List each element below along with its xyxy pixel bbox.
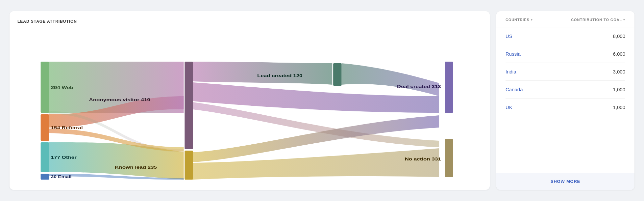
contribution-col-label: CONTRIBUTION TO GOAL bbox=[571, 18, 622, 22]
country-value: 1,000 bbox=[613, 104, 625, 110]
country-value: 8,000 bbox=[613, 33, 625, 39]
panel-title: LEAD STAGE ATTRIBUTION bbox=[17, 19, 482, 24]
node-deal-created bbox=[445, 62, 453, 113]
country-name[interactable]: Russia bbox=[506, 51, 521, 57]
right-panel: COUNTRIES ▾ CONTRIBUTION TO GOAL ▾ US8,0… bbox=[496, 11, 634, 190]
country-name[interactable]: US bbox=[506, 33, 512, 39]
node-email bbox=[41, 174, 49, 180]
table-row: US8,000 bbox=[506, 27, 625, 45]
contribution-chevron-icon: ▾ bbox=[623, 18, 625, 21]
label-anon: Anonymous visitor 419 bbox=[89, 98, 150, 102]
label-no-action: No action 331 bbox=[405, 157, 441, 161]
label-deal-created: Deal created 313 bbox=[397, 84, 441, 89]
country-name[interactable]: UK bbox=[506, 104, 512, 110]
node-anon bbox=[185, 62, 193, 149]
node-web bbox=[41, 62, 49, 113]
label-email: 20 Email bbox=[51, 175, 72, 179]
show-more-button[interactable]: SHOW MORE bbox=[496, 173, 634, 190]
countries-col-label: COUNTRIES bbox=[506, 18, 530, 22]
sankey-svg: 294 Web 154 Referral 177 Other 20 Email … bbox=[17, 30, 482, 182]
label-lead-created: Lead created 120 bbox=[257, 73, 302, 78]
node-referral bbox=[41, 114, 49, 141]
table-row: India3,000 bbox=[506, 63, 625, 81]
country-name[interactable]: Canada bbox=[506, 87, 523, 92]
node-no-action bbox=[445, 139, 453, 177]
table-header: COUNTRIES ▾ CONTRIBUTION TO GOAL ▾ bbox=[496, 11, 634, 27]
label-known: Known lead 235 bbox=[115, 165, 157, 169]
countries-col-header[interactable]: COUNTRIES ▾ bbox=[506, 18, 533, 22]
label-other: 177 Other bbox=[51, 155, 77, 159]
flow-lead-deal bbox=[342, 63, 439, 96]
sankey-chart: 294 Web 154 Referral 177 Other 20 Email … bbox=[17, 30, 482, 182]
app-container: LEAD STAGE ATTRIBUTION bbox=[10, 11, 634, 190]
node-known bbox=[185, 151, 193, 180]
label-referral: 154 Referral bbox=[51, 126, 83, 130]
countries-chevron-icon: ▾ bbox=[531, 18, 533, 21]
country-value: 3,000 bbox=[613, 69, 625, 74]
table-row: UK1,000 bbox=[506, 99, 625, 116]
flow-anon-lead bbox=[193, 62, 333, 85]
country-value: 6,000 bbox=[613, 51, 625, 57]
left-panel: LEAD STAGE ATTRIBUTION bbox=[10, 11, 490, 190]
country-value: 1,000 bbox=[613, 87, 625, 92]
label-web: 294 Web bbox=[51, 85, 73, 90]
node-lead-created bbox=[333, 63, 341, 86]
node-other bbox=[41, 142, 49, 172]
contribution-col-header[interactable]: CONTRIBUTION TO GOAL ▾ bbox=[571, 18, 625, 22]
country-name[interactable]: India bbox=[506, 69, 516, 74]
table-row: Russia6,000 bbox=[506, 45, 625, 63]
table-body: US8,000Russia6,000India3,000Canada1,000U… bbox=[496, 27, 634, 173]
table-row: Canada1,000 bbox=[506, 81, 625, 99]
